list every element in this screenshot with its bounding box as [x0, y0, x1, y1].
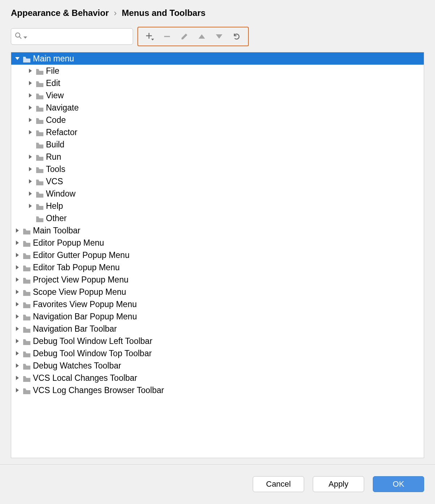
- disclosure-closed-icon[interactable]: [14, 362, 21, 369]
- disclosure-closed-icon[interactable]: [27, 190, 34, 197]
- tree-row[interactable]: VCS Log Changes Browser Toolbar: [11, 384, 424, 396]
- disclosure-closed-icon[interactable]: [27, 92, 34, 99]
- move-up-button[interactable]: [193, 29, 210, 44]
- tree-row[interactable]: Help: [11, 200, 424, 212]
- tree-item-label: Editor Tab Popup Menu: [33, 263, 120, 272]
- breadcrumb-parent[interactable]: Appearance & Behavior: [11, 8, 109, 18]
- tree-row[interactable]: Editor Popup Menu: [11, 237, 424, 249]
- breadcrumb-current: Menus and Toolbars: [122, 8, 206, 18]
- tree-row[interactable]: File: [11, 65, 424, 77]
- svg-marker-26: [16, 277, 19, 282]
- tree-row[interactable]: Debug Tool Window Top Toolbar: [11, 347, 424, 359]
- disclosure-closed-icon[interactable]: [14, 313, 21, 320]
- tree-row[interactable]: Main menu: [11, 52, 424, 65]
- disclosure-closed-icon[interactable]: [14, 289, 21, 295]
- triangle-up-icon: [198, 34, 206, 39]
- tree-row[interactable]: Editor Tab Popup Menu: [11, 261, 424, 273]
- disclosure-closed-icon[interactable]: [27, 166, 34, 172]
- tree-item-label: Scope View Popup Menu: [33, 287, 126, 297]
- tree-row[interactable]: Run: [11, 151, 424, 163]
- tree-item-label: Debug Watches Toolbar: [33, 361, 121, 371]
- disclosure-closed-icon[interactable]: [27, 117, 34, 123]
- tree-row[interactable]: Edit: [11, 77, 424, 89]
- disclosure-closed-icon[interactable]: [14, 264, 21, 271]
- edit-button[interactable]: [176, 29, 193, 44]
- tree-row[interactable]: Tools: [11, 163, 424, 175]
- disclosure-closed-icon[interactable]: [14, 240, 21, 246]
- remove-button[interactable]: [158, 29, 176, 44]
- tree-row[interactable]: Scope View Popup Menu: [11, 286, 424, 298]
- tree-row[interactable]: Other: [11, 212, 424, 224]
- disclosure-closed-icon[interactable]: [14, 326, 21, 332]
- tree-row[interactable]: Navigation Bar Toolbar: [11, 323, 424, 335]
- cancel-button[interactable]: Cancel: [253, 476, 304, 492]
- tree-row[interactable]: Navigation Bar Popup Menu: [11, 310, 424, 323]
- tree-row[interactable]: Debug Tool Window Left Toolbar: [11, 335, 424, 347]
- disclosure-closed-icon[interactable]: [14, 252, 21, 258]
- disclosure-closed-icon[interactable]: [27, 68, 34, 74]
- add-button[interactable]: [141, 29, 158, 44]
- folder-icon: [23, 338, 31, 344]
- tree-row[interactable]: VCS: [11, 175, 424, 188]
- tree-item-label: Project View Popup Menu: [33, 275, 128, 285]
- folder-icon: [36, 166, 44, 172]
- restore-button[interactable]: [228, 29, 245, 44]
- folder-icon: [23, 326, 31, 332]
- tree-row[interactable]: Debug Watches Toolbar: [11, 359, 424, 372]
- folder-icon: [23, 375, 31, 381]
- disclosure-closed-icon[interactable]: [27, 104, 34, 111]
- svg-marker-20: [29, 191, 32, 196]
- tree-row[interactable]: Refactor: [11, 126, 424, 138]
- svg-marker-19: [29, 179, 32, 184]
- disclosure-closed-icon[interactable]: [27, 129, 34, 135]
- disclosure-closed-icon[interactable]: [27, 178, 34, 185]
- tree-item-label: VCS Local Changes Toolbar: [33, 373, 137, 383]
- tree-row[interactable]: Navigate: [11, 102, 424, 114]
- dropdown-caret-icon[interactable]: [24, 32, 27, 42]
- tree-row[interactable]: Favorites View Popup Menu: [11, 298, 424, 310]
- tree-row[interactable]: Project View Popup Menu: [11, 273, 424, 286]
- disclosure-closed-icon[interactable]: [27, 154, 34, 160]
- ok-button[interactable]: OK: [373, 476, 424, 492]
- disclosure-closed-icon[interactable]: [14, 276, 21, 283]
- disclosure-closed-icon[interactable]: [27, 203, 34, 209]
- tree-item-label: VCS Log Changes Browser Toolbar: [33, 385, 164, 395]
- svg-marker-33: [16, 363, 19, 368]
- folder-icon: [36, 129, 44, 135]
- folder-icon: [23, 313, 31, 320]
- tree-item-label: Navigate: [46, 103, 79, 113]
- apply-button[interactable]: Apply: [313, 476, 364, 492]
- tree-item-label: Editor Popup Menu: [33, 238, 104, 248]
- svg-marker-5: [151, 39, 154, 40]
- disclosure-closed-icon[interactable]: [14, 301, 21, 307]
- folder-icon: [36, 215, 44, 221]
- move-down-button[interactable]: [210, 29, 228, 44]
- search-field[interactable]: [29, 32, 129, 41]
- disclosure-open-icon[interactable]: [14, 55, 21, 62]
- triangle-down-icon: [215, 34, 223, 39]
- plus-icon: [145, 32, 154, 41]
- tree-row[interactable]: Editor Gutter Popup Menu: [11, 249, 424, 261]
- disclosure-closed-icon[interactable]: [14, 350, 21, 357]
- disclosure-closed-icon[interactable]: [14, 338, 21, 344]
- disclosure-closed-icon[interactable]: [27, 80, 34, 86]
- tree-row[interactable]: View: [11, 89, 424, 102]
- search-input[interactable]: [11, 28, 133, 45]
- svg-marker-12: [29, 81, 32, 85]
- disclosure-closed-icon[interactable]: [14, 387, 21, 393]
- tree-row[interactable]: Main Toolbar: [11, 224, 424, 237]
- tree-row[interactable]: Build: [11, 138, 424, 151]
- menu-tree[interactable]: Main menuFileEditViewNavigateCodeRefacto…: [11, 52, 424, 458]
- toolbar-row: [11, 27, 424, 46]
- tree-row[interactable]: Window: [11, 188, 424, 200]
- tree-row[interactable]: VCS Local Changes Toolbar: [11, 372, 424, 384]
- svg-marker-8: [199, 34, 205, 39]
- disclosure-closed-icon[interactable]: [14, 227, 21, 234]
- tree-item-label: Window: [46, 189, 76, 199]
- folder-icon: [36, 141, 44, 148]
- tree-item-label: Tools: [46, 164, 65, 174]
- disclosure-closed-icon[interactable]: [14, 375, 21, 381]
- tree-item-label: View: [46, 91, 64, 100]
- tree-row[interactable]: Code: [11, 114, 424, 126]
- tree-item-label: Help: [46, 201, 63, 211]
